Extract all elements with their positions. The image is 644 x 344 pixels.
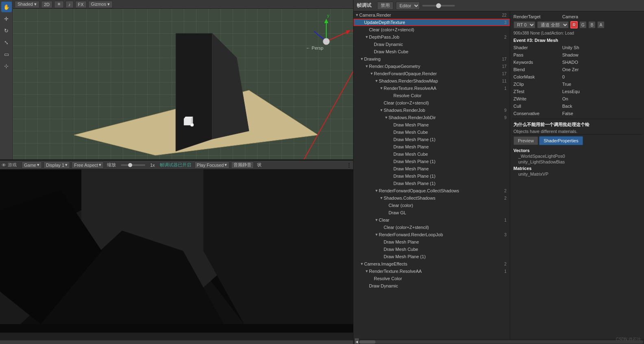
- tree-item-image-effects[interactable]: ▼ Camera.ImageEffects 2: [354, 260, 510, 268]
- tree-item-rfo-render[interactable]: ▼ RenderForwardOpaque.Render 17: [354, 70, 510, 77]
- channel-r-btn[interactable]: R: [570, 21, 578, 28]
- tab-preview[interactable]: Preview: [513, 136, 538, 145]
- tree-item-draw-gl[interactable]: Draw GL: [354, 209, 510, 216]
- tree-item-dmp-2a[interactable]: Draw Mesh Plane (1): [354, 158, 510, 165]
- fx-btn[interactable]: FX: [75, 1, 87, 8]
- tree-item-dmp-2[interactable]: Draw Mesh Plane: [354, 143, 510, 150]
- game-more-btn[interactable]: ⋮: [347, 162, 351, 168]
- tree-item-dmc-1[interactable]: Draw Mesh Cube: [354, 128, 510, 136]
- tree-label-depthpass: DepthPass.Job: [369, 35, 399, 39]
- tree-item-drawing[interactable]: ▼ Drawing 17: [354, 55, 510, 63]
- tree-item-clear-czs[interactable]: Clear (color+Z+stencil): [354, 224, 510, 231]
- tree-item-clear-color[interactable]: Clear (color): [354, 202, 510, 209]
- 2d-btn[interactable]: 2D: [41, 1, 52, 8]
- tree-label-update-depth: UpdateDepthTexture: [364, 20, 405, 25]
- tree-item-clear-1[interactable]: Clear (color+Z+stencil): [354, 26, 510, 33]
- transform-tool-btn[interactable]: ⊹: [1, 61, 12, 71]
- tree-item-clear-main[interactable]: ▼ Clear 1: [354, 216, 510, 224]
- tree-item-dmp-3a[interactable]: Draw Mesh Plane (1): [354, 172, 510, 180]
- tree-item-rflj[interactable]: ▼ RenderForward.RenderLoopJob 3: [354, 231, 510, 238]
- matrices-title: Matrices: [512, 165, 642, 171]
- audio-mute-btn[interactable]: 音频静音: [231, 161, 254, 169]
- channel-dropdown[interactable]: 通道 全部: [537, 21, 569, 28]
- fd-editor-select[interactable]: Editor: [396, 2, 420, 10]
- fd-frame-slider[interactable]: [422, 5, 455, 7]
- tree-item-shadow-cs[interactable]: ▼ Shadows.CollectShadows 2: [354, 194, 510, 202]
- tree-item-depthpass[interactable]: ▼ DepthPass.Job 2: [354, 33, 510, 41]
- tree-arrow-depthpass: ▼: [365, 35, 369, 39]
- move-tool-btn[interactable]: ✛: [1, 13, 12, 24]
- channel-g-btn[interactable]: G: [579, 21, 587, 28]
- tree-item-collect-shadows[interactable]: ▼ RenderForwardOpaque.CollectShadows 2: [354, 187, 510, 194]
- rt-dropdown[interactable]: RT 0: [513, 21, 535, 28]
- tree-item-clear-2[interactable]: Clear (color+Z+stencil): [354, 99, 510, 107]
- fd-disable-btn[interactable]: 禁用: [377, 2, 393, 10]
- rotate-tool-btn[interactable]: ↻: [1, 25, 12, 36]
- tree-item-rt-resolve2[interactable]: ▼ RenderTexture.ResolveAA 1: [354, 268, 510, 275]
- tree-item-dmp-loop1[interactable]: Draw Mesh Plane: [354, 238, 510, 246]
- tree-item-draw-mesh-cube-0[interactable]: Draw Mesh Cube: [354, 48, 510, 55]
- rect-tool-btn[interactable]: ▭: [1, 49, 12, 59]
- lighting-btn[interactable]: ☀: [54, 1, 64, 8]
- tree-item-update-depth[interactable]: UpdateDepthTexture 3: [354, 19, 510, 26]
- shading-mode-btn[interactable]: Shaded ▾: [15, 1, 39, 8]
- hand-tool-btn[interactable]: ✋: [1, 2, 12, 12]
- gameview-eye-icon: 👁: [2, 163, 6, 168]
- game-display-btn[interactable]: Game ▾: [22, 161, 42, 169]
- tree-count-update-depth: 3: [504, 20, 508, 25]
- tab-shader-props[interactable]: ShaderProperties: [539, 136, 583, 145]
- tree-arrow-opaque-geo: ▼: [365, 64, 369, 68]
- channel-a-btn[interactable]: A: [597, 21, 605, 28]
- tree-item-shadow-rjd[interactable]: ▼ Shadows.RenderJobDir 9: [354, 114, 510, 121]
- tree-label-dmp3a: Draw Mesh Plane (1): [393, 174, 435, 179]
- detail-label-colormask: ColorMask: [513, 74, 562, 79]
- tree-item-draw-dynamic-2[interactable]: Draw Dynamic: [354, 282, 510, 290]
- fd-tree[interactable]: ▼ Camera.Render 22 UpdateDepthTexture 3 …: [354, 11, 510, 339]
- tree-item-dmc-loop1[interactable]: Draw Mesh Cube: [354, 246, 510, 253]
- tree-item-opaque-geo[interactable]: ▼ Render.OpaqueGeometry 17: [354, 63, 510, 70]
- tree-item-rt-resolve1[interactable]: ▼ RenderTexture.ResolveAA 1: [354, 85, 510, 92]
- scene-3d-view: y x ← Persp: [13, 9, 353, 159]
- detail-value-conservative: False: [562, 111, 641, 116]
- tree-item-shadow-rj[interactable]: ▼ Shadows.RenderJob 9: [354, 107, 510, 114]
- fd-details: RenderTarget Camera RT 0 通道 全部 R G B: [510, 11, 644, 339]
- tree-count-rt2: 1: [504, 269, 508, 274]
- fd-title: 帧调试: [357, 2, 371, 9]
- tree-label-dmp3: Draw Mesh Plane: [393, 166, 429, 171]
- audio-btn[interactable]: ♪: [65, 1, 74, 8]
- detail-label-blend: Blend: [513, 67, 562, 72]
- tree-item-dmp-3[interactable]: Draw Mesh Plane: [354, 165, 510, 172]
- status-bar: CSDN @石沙: [0, 332, 353, 340]
- channel-b-btn[interactable]: B: [588, 21, 596, 28]
- tree-item-camera-render[interactable]: ▼ Camera.Render 22: [354, 11, 510, 19]
- aspect-selector[interactable]: Free Aspect ▾: [72, 161, 104, 169]
- display-selector[interactable]: Display 1 ▾: [44, 161, 70, 169]
- vector-shadow-bias: unity_LightShadowBias: [512, 159, 642, 165]
- scale-tool-btn[interactable]: ⤡: [1, 37, 12, 48]
- play-mode-btn[interactable]: Play Focused ▾: [194, 161, 230, 169]
- scale-slider[interactable]: [121, 164, 145, 166]
- tree-label-clear-main: Clear: [379, 218, 389, 222]
- gizmos-btn[interactable]: Gizmos ▾: [88, 1, 113, 8]
- tree-item-dmp-1[interactable]: Draw Mesh Plane: [354, 121, 510, 128]
- tree-item-dmp-3b[interactable]: Draw Mesh Plane (1): [354, 180, 510, 187]
- fd-bottom-scrollbar[interactable]: ◄: [354, 339, 644, 344]
- tree-item-shadow-map[interactable]: ▼ Shadows.RenderShadowMap 11: [354, 77, 510, 85]
- debugger-status: 帧调试器已开启: [158, 162, 193, 168]
- tree-item-dmp-loop1a[interactable]: Draw Mesh Plane (1): [354, 253, 510, 260]
- tree-label-loopc1: Draw Mesh Cube: [384, 247, 418, 252]
- state-label: 状: [255, 162, 263, 168]
- tree-item-dmp-1a[interactable]: Draw Mesh Plane (1): [354, 136, 510, 143]
- aspect-arrow: ▾: [99, 162, 101, 168]
- tree-item-resolve-color-2[interactable]: Resolve Color: [354, 275, 510, 282]
- detail-value-pass: Shadow: [562, 52, 641, 57]
- tree-count-camera-render: 22: [502, 13, 508, 17]
- detail-label-keywords: Keywords: [513, 60, 562, 65]
- h-scrollbar-track[interactable]: [359, 340, 643, 344]
- tree-label-loop1a: Draw Mesh Plane (1): [384, 254, 426, 259]
- tree-item-resolve-color-1[interactable]: Resolve Color: [354, 92, 510, 99]
- detail-row-keywords: Keywords SHADO: [512, 59, 642, 66]
- scroll-arrow-left[interactable]: ◄: [354, 338, 359, 344]
- tree-item-draw-dynamic-1[interactable]: Draw Dynamic: [354, 41, 510, 48]
- tree-item-dmc-2[interactable]: Draw Mesh Cube: [354, 150, 510, 158]
